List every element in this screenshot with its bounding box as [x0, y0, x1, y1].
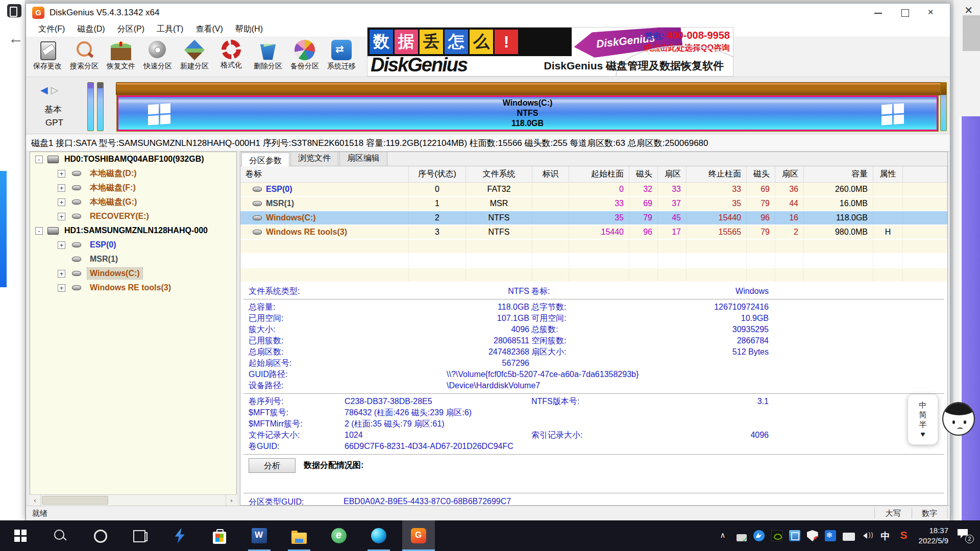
expander-icon[interactable]: + [58, 213, 65, 220]
tab-sector-edit[interactable]: 扇区编辑 [339, 152, 387, 166]
wallpaper-strip-right [960, 116, 980, 520]
prev-disk-icon: ◀ [40, 85, 51, 95]
expander-icon[interactable]: - [35, 156, 43, 163]
tree-item--g-[interactable]: +本地磁盘(G:) [30, 195, 236, 209]
toolbar-button-backup-partition[interactable]: 备份分区 [286, 39, 323, 75]
taskbar-app-word[interactable] [243, 520, 276, 551]
expander-icon[interactable]: + [58, 198, 65, 206]
tab-browse-files[interactable]: 浏览文件 [290, 152, 338, 166]
taskbar-app-edge[interactable] [362, 520, 395, 551]
msr-partition-strip[interactable] [97, 82, 104, 131]
expander-icon[interactable]: + [58, 241, 65, 249]
scroll-left-icon[interactable]: ‹ [30, 495, 41, 506]
tree-item-hd0-toshibamq04abf100-932gb-[interactable]: -HD0:TOSHIBAMQ04ABF100(932GB) [30, 152, 236, 166]
close-button[interactable] [918, 4, 945, 22]
ime-mode-char: 简 [919, 410, 927, 419]
toolbar-button-search-partition[interactable]: 搜索分区 [66, 39, 103, 75]
tree-item-windows-c-[interactable]: +Windows(C:) [30, 266, 236, 281]
minimize-button[interactable] [865, 4, 892, 22]
detail-label: 已用簇数: [249, 335, 344, 346]
taskbar-app-store[interactable] [203, 520, 236, 551]
table-row[interactable]: ESP(0)0FAT3203233336936260.0MB [240, 183, 947, 197]
menu-item[interactable]: 帮助(H) [229, 22, 269, 36]
back-arrow-icon[interactable]: ← [8, 30, 23, 47]
table-row[interactable]: Windows RE tools(3)3NTFS1544096171556579… [240, 226, 947, 240]
expander-icon[interactable]: - [35, 227, 43, 235]
sogou-icon[interactable] [898, 530, 910, 541]
background-close-icon[interactable]: ✕ [964, 4, 973, 16]
background-app-icon[interactable] [7, 4, 21, 17]
toolbar-button-save-changes[interactable]: 保存更改 [29, 39, 66, 75]
toolbar-button-format[interactable]: 格式化 [213, 39, 250, 75]
search-partition-icon [74, 40, 94, 60]
battery-icon[interactable] [843, 530, 856, 541]
taskbar-app-lightning[interactable] [163, 520, 196, 551]
analyze-button[interactable]: 分析 [249, 458, 296, 473]
expander-icon[interactable]: + [58, 184, 65, 192]
tree-item--d-[interactable]: +本地磁盘(D:) [30, 166, 236, 181]
toolbar-button-new-partition[interactable]: 新建分区 [176, 39, 213, 75]
windows-c-partition-block[interactable]: Windows(C:) NTFS 118.0GB [117, 95, 938, 131]
ime-floating-widget[interactable]: 中简半♥ [908, 394, 980, 445]
volume-icon[interactable] [863, 530, 874, 541]
chevron-up-icon[interactable] [719, 530, 730, 541]
taskbar-app-diskgenius[interactable] [402, 520, 435, 551]
nvidia-icon[interactable] [771, 530, 782, 541]
ime-status-box[interactable]: 中简半♥ [908, 394, 938, 445]
recovery-partition-strip[interactable] [940, 82, 947, 131]
bird-icon[interactable] [753, 530, 765, 541]
toolbar-button-system-migration[interactable]: 系统迁移 [323, 39, 360, 75]
tree-item-windows-re-tools-3-[interactable]: +Windows RE tools(3) [30, 281, 236, 295]
cell-empty [804, 268, 873, 282]
notification-center-icon[interactable]: 2 [957, 527, 974, 544]
cell-empty [687, 240, 747, 253]
column-header: 文件系统 [466, 166, 532, 182]
expander-icon[interactable]: + [58, 270, 65, 278]
table-row[interactable]: Windows(C:)2NTFS357945154409616118.0GB [240, 211, 947, 226]
toolbar-button-quick-partition[interactable]: 快速分区 [139, 39, 176, 75]
detail-label: NTFS版本号: [529, 396, 626, 407]
toolbar-button-recover-files[interactable]: 恢复文件 [103, 39, 139, 75]
expander-icon[interactable]: + [58, 284, 65, 292]
security-shield-icon[interactable] [807, 530, 818, 541]
taskbar-clock[interactable]: 18:37 2022/5/9 [919, 525, 948, 546]
taskbar-app-ie-green[interactable] [323, 520, 355, 551]
taskbar-app-cortana[interactable] [84, 520, 116, 551]
tree-item-hd1-samsungmznln128hahq-000[interactable]: -HD1:SAMSUNGMZNLN128HAHQ-000 [30, 223, 236, 238]
menu-item[interactable]: 分区(P) [111, 22, 151, 36]
cell-attr [873, 183, 903, 196]
maximize-button[interactable] [892, 4, 918, 22]
taskbar-app-taskview[interactable] [124, 520, 156, 551]
expander-icon[interactable]: + [58, 170, 65, 178]
background-scrollbar[interactable] [963, 15, 980, 51]
menu-item[interactable]: 查看(V) [189, 22, 229, 36]
menu-item[interactable]: 磁盘(D) [71, 22, 111, 36]
tree-item--f-[interactable]: +本地磁盘(F:) [30, 181, 236, 195]
toolbar-label: 保存更改 [33, 62, 62, 71]
printer-check-icon[interactable] [737, 534, 747, 541]
disk-nav-arrows[interactable]: ◀▷ [40, 84, 61, 96]
ad-banner[interactable]: 数据丢怎么! DiskGenius DiskGenius 致电: 400-008… [367, 27, 733, 77]
tree-item-msr-1-[interactable]: MSR(1) [30, 252, 236, 266]
snowflake-icon[interactable] [825, 530, 836, 541]
scrollbar-thumb[interactable] [42, 496, 108, 505]
toolbar-button-delete-partition[interactable]: 删除分区 [250, 39, 286, 75]
tree-horizontal-scrollbar[interactable]: ‹ › [30, 494, 237, 506]
menu-item[interactable]: 工具(T) [151, 22, 189, 36]
tree-item-recovery-e-[interactable]: +RECOVERY(E:) [30, 209, 236, 223]
scroll-right-icon[interactable]: › [226, 495, 237, 506]
cell-empty [658, 268, 687, 282]
tab-partition-params[interactable]: 分区参数 [241, 153, 289, 166]
taskbar-app-search[interactable] [44, 520, 77, 551]
esp-partition-strip[interactable] [87, 82, 94, 131]
table-row[interactable]: MSR(1)1MSR33693735794416.0MB [240, 197, 947, 211]
ime-zh-icon[interactable] [880, 530, 892, 541]
tree-item-esp-0-[interactable]: +ESP(0) [30, 238, 236, 252]
menu-item[interactable]: 文件(F) [32, 22, 71, 36]
cell-empty [873, 254, 903, 267]
taskbar-app-explorer[interactable] [283, 520, 315, 551]
intel-graphics-icon[interactable] [789, 530, 800, 541]
windows-logo-icon [148, 103, 170, 125]
disk-map-panel: ◀▷ 基本 GPT Windows(C:) NTFS 118.0GB [26, 77, 950, 134]
taskbar-app-start[interactable] [4, 520, 37, 551]
